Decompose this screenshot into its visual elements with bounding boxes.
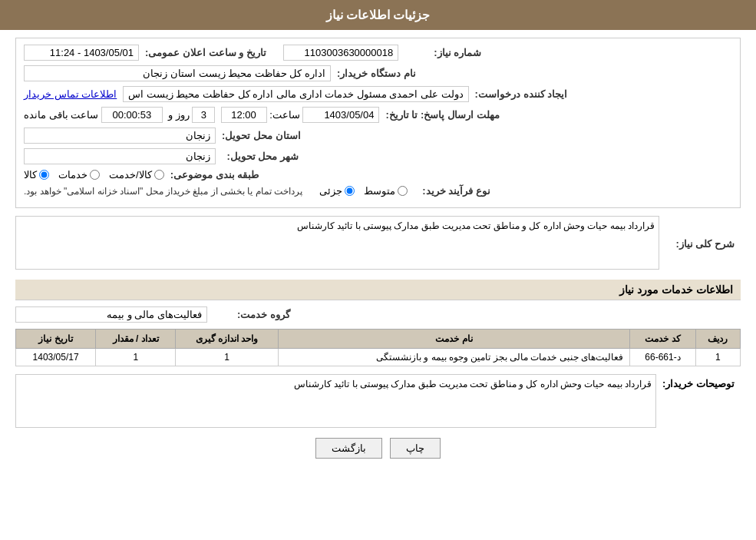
cell-nam: فعالیت‌های جنبی خدمات مالی بجز تامین وجو… <box>278 349 629 366</box>
th-nam: نام خدمت <box>278 330 629 349</box>
row-tosifKharidar: توصیحات خریدار: <box>15 374 741 430</box>
th-tarikh: تاریخ نیاز <box>16 330 96 349</box>
radio-motevaset-input[interactable] <box>398 186 408 196</box>
row-ostan: استان محل تحویل: زنجان <box>24 128 732 144</box>
tosifKharidar-label: توصیحات خریدار: <box>662 374 735 389</box>
radio-khadamat-label: خدمات <box>58 169 87 181</box>
row-groheKhadamat: گروه خدمت: فعالیت‌های مالی و بیمه <box>15 306 741 323</box>
navefarayand-notice: پرداخت تمام یا بخشی از مبلغ خریداز محل "… <box>24 186 302 197</box>
ostan-label: استان محل تحویل: <box>222 130 301 141</box>
mande-label: ساعت باقی مانده <box>24 109 98 121</box>
th-vahed: واحد اندازه گیری <box>176 330 278 349</box>
sharhKoli-label: شرح کلی نیاز: <box>665 238 735 250</box>
radio-motevaset[interactable]: متوسط <box>364 185 408 197</box>
page-header: جزئیات اطلاعات نیاز <box>0 0 756 30</box>
tosifKharidar-textarea[interactable] <box>15 374 656 428</box>
mohlatErsal-roz: 3 <box>192 107 215 123</box>
table-row: 1 د-661-66 فعالیت‌های جنبی خدمات مالی بج… <box>16 349 741 366</box>
row-tabaqe: طبقه بندی موضوعی: کالا/خدمت خدمات کالا <box>24 169 732 181</box>
khadamat-section-title: اطلاعات خدمات مورد نیاز <box>15 280 741 300</box>
main-info-section: شماره نیاز: 1103003630000018 تاریخ و ساع… <box>15 38 741 208</box>
radio-jazei-label: جزئی <box>319 185 342 197</box>
groheKhadamat-label: گروه خدمت: <box>213 309 290 320</box>
navefarayand-label: نوع فرآیند خرید: <box>414 185 490 197</box>
mohlatErsal-date: 1403/05/04 <box>302 107 379 123</box>
shahr-label: شهر محل تحویل: <box>222 151 299 162</box>
th-kod: کد خدمت <box>630 330 696 349</box>
chap-button[interactable]: چاپ <box>390 438 441 459</box>
th-tedad: تعداد / مقدار <box>96 330 176 349</box>
navefarayand-radio-group: متوسط جزئی پرداخت تمام یا بخشی از مبلغ خ… <box>24 185 408 197</box>
mohlatErsal-saat: 12:00 <box>221 107 267 123</box>
row-shomareNiaz: شماره نیاز: 1103003630000018 تاریخ و ساع… <box>24 45 732 61</box>
namdastgah-label: نام دستگاه خریدار: <box>337 68 416 79</box>
bazgasht-button[interactable]: بازگشت <box>315 438 382 459</box>
th-radif: ردیف <box>695 330 740 349</box>
tabaqe-radio-group: کالا/خدمت خدمات کالا <box>24 169 164 181</box>
cell-tarikh: 1403/05/17 <box>16 349 96 366</box>
row-sharhKoli: شرح کلی نیاز: <box>15 216 741 272</box>
ostan-value: زنجان <box>24 128 216 144</box>
khadamat-table-section: ردیف کد خدمت نام خدمت واحد اندازه گیری ت… <box>15 329 741 366</box>
ijadKonande-label: ایجاد کننده درخواست: <box>475 88 568 100</box>
roz-label: روز و <box>168 109 190 121</box>
khadamat-table: ردیف کد خدمت نام خدمت واحد اندازه گیری ت… <box>15 329 741 366</box>
radio-kala-khadamat[interactable]: کالا/خدمت <box>109 169 164 181</box>
ijadKonande-value: دولت علی احمدی مسئول خدمات اداری مالی اد… <box>123 86 468 102</box>
radio-motevaset-label: متوسط <box>364 185 395 197</box>
ijadKonande-link[interactable]: اطلاعات تماس خریدار <box>24 88 117 100</box>
row-namdastgah: نام دستگاه خریدار: اداره کل حفاظت محیط ز… <box>24 65 732 81</box>
cell-kod: د-661-66 <box>630 349 696 366</box>
saat-label: ساعت: <box>269 109 300 121</box>
cell-radif: 1 <box>695 349 740 366</box>
mohlatErsal-countdown: 00:00:53 <box>101 107 163 123</box>
radio-khadamat[interactable]: خدمات <box>58 169 100 181</box>
radio-jazei[interactable]: جزئی <box>319 185 355 197</box>
shomareNiaz-label: شماره نیاز: <box>404 47 481 58</box>
mohlatErsal-label: مهلت ارسال پاسخ: تا تاریخ: <box>385 109 499 121</box>
shomareNiaz-value: 1103003630000018 <box>283 45 398 61</box>
tabaqe-label: طبقه بندی موضوعی: <box>170 169 259 181</box>
cell-vahed: 1 <box>176 349 278 366</box>
radio-kala-input[interactable] <box>39 170 49 180</box>
radio-jazei-input[interactable] <box>345 186 355 196</box>
row-ijadKonande: ایجاد کننده درخواست: دولت علی احمدی مسئو… <box>24 86 732 102</box>
row-shahr: شهر محل تحویل: زنجان <box>24 148 732 164</box>
row-mohlatErsal: مهلت ارسال پاسخ: تا تاریخ: 1403/05/04 سا… <box>24 107 732 123</box>
radio-kala[interactable]: کالا <box>24 169 49 181</box>
shahr-value: زنجان <box>24 148 216 164</box>
radio-kala-khadamat-label: کالا/خدمت <box>109 169 152 181</box>
radio-kala-khadamat-input[interactable] <box>154 170 164 180</box>
groheKhadamat-value: فعالیت‌های مالی و بیمه <box>15 306 207 323</box>
tarikh-label: تاریخ و ساعت اعلان عمومی: <box>145 47 266 58</box>
radio-khadamat-input[interactable] <box>90 170 100 180</box>
sharhKoli-textarea[interactable] <box>15 216 659 270</box>
button-group: چاپ بازگشت <box>15 438 741 459</box>
tarikh-value: 1403/05/01 - 11:24 <box>24 45 139 61</box>
header-title: جزئیات اطلاعات نیاز <box>326 8 431 22</box>
radio-kala-label: کالا <box>24 169 37 181</box>
cell-tedad: 1 <box>96 349 176 366</box>
namdastgah-value: اداره کل حفاظت محیط زیست استان زنجان <box>24 65 331 81</box>
row-navefarayand: نوع فرآیند خرید: متوسط جزئی پرداخت تمام … <box>24 185 732 197</box>
